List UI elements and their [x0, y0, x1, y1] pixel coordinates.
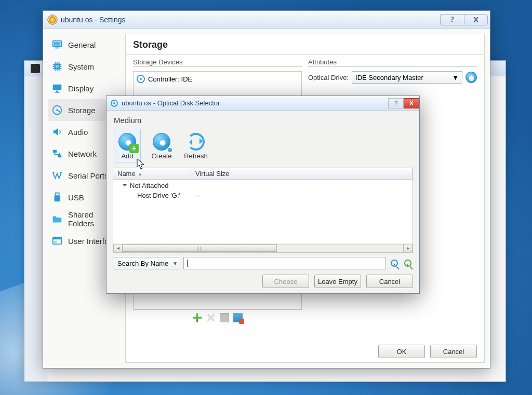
svg-point-13 [60, 172, 62, 174]
nav-label: Display [68, 84, 94, 93]
add-label: Add [121, 152, 133, 160]
ok-button[interactable]: OK [378, 345, 425, 358]
remove-controller-icon[interactable] [204, 311, 217, 324]
svg-rect-10 [53, 150, 57, 153]
search-prev-button[interactable]: ‹ [403, 258, 413, 268]
media-tree[interactable]: Name ▴ Virtual Size Not Attached Host Dr… [113, 168, 413, 253]
badge-icon [167, 147, 173, 153]
scroll-right-button[interactable]: ▸ [403, 244, 413, 252]
usb-icon [50, 192, 64, 203]
add-controller-icon[interactable] [193, 313, 202, 322]
magnifier-icon: ‹ [404, 260, 411, 267]
controller-label: Controller: IDE [148, 75, 192, 83]
chevron-down-icon: ▼ [172, 261, 178, 266]
svg-rect-14 [55, 193, 59, 196]
svg-rect-15 [55, 196, 60, 201]
scroll-track[interactable] [123, 244, 403, 252]
controller-icon [137, 75, 145, 83]
disc-search-icon: ◉ [469, 74, 474, 81]
optical-disk-selector-window: ubuntu os - Optical Disk Selector ? X Me… [106, 96, 420, 294]
svg-rect-6 [56, 91, 58, 92]
nav-item-system[interactable]: System [48, 56, 121, 77]
chip-icon [50, 61, 64, 72]
cancel-button[interactable]: Cancel [430, 345, 477, 358]
nav-label: USB [68, 193, 84, 202]
plus-icon: + [129, 144, 139, 153]
expand-icon[interactable] [123, 184, 127, 188]
hdd-icon [50, 104, 64, 116]
text-caret [187, 260, 188, 267]
choose-button[interactable]: Choose [262, 275, 309, 288]
scroll-thumb[interactable] [123, 244, 277, 252]
optical-drive-select[interactable]: IDE Secondary Master ▼ [352, 71, 462, 84]
settings-title: ubuntu os - Settings [61, 16, 126, 24]
refresh-icon [187, 133, 205, 151]
add-button[interactable]: + Add [114, 129, 141, 162]
add-attachment-icon[interactable] [220, 313, 229, 322]
help-button[interactable]: ? [440, 14, 464, 25]
search-next-button[interactable]: › [389, 258, 400, 268]
panel-heading: Storage [133, 39, 477, 50]
gear-icon [48, 16, 57, 24]
svg-rect-1 [54, 42, 61, 46]
search-mode-label: Search By Name [117, 260, 168, 267]
selector-titlebar[interactable]: ubuntu os - Optical Disk Selector ? X [107, 96, 419, 111]
attributes-legend: Attributes [308, 58, 340, 66]
refresh-button[interactable]: Refresh [182, 129, 209, 162]
svg-rect-18 [54, 241, 57, 243]
selector-help-button[interactable]: ? [388, 98, 404, 108]
monitor-icon [50, 39, 64, 50]
svg-point-12 [52, 172, 55, 174]
nav-label: Network [68, 149, 97, 158]
nav-label: Storage [68, 106, 96, 115]
column-name[interactable]: Name ▴ [113, 168, 191, 179]
display-icon [50, 83, 64, 94]
nav-label: General [68, 40, 96, 49]
refresh-label: Refresh [184, 152, 208, 160]
optical-drive-value: IDE Secondary Master [355, 74, 423, 81]
storage-devices-legend: Storage Devices [133, 58, 185, 66]
scroll-left-button[interactable]: ◂ [113, 244, 123, 252]
group-label: Not Attached [130, 182, 168, 189]
leave-empty-button[interactable]: Leave Empty [314, 275, 361, 288]
sort-indicator-icon: ▴ [139, 171, 141, 176]
settings-titlebar[interactable]: ubuntu os - Settings ? X [43, 11, 490, 29]
create-button[interactable]: Create [148, 129, 175, 162]
nav-label: Audio [68, 128, 88, 137]
svg-rect-17 [53, 238, 62, 240]
serial-port-icon [50, 170, 64, 181]
magnifier-icon: › [391, 260, 398, 267]
storage-devices-toolbar [133, 313, 302, 322]
column-virtual-size[interactable]: Virtual Size [191, 168, 413, 179]
item-name: Host Drive 'G:' [137, 192, 180, 199]
disc-icon [111, 100, 118, 107]
nav-item-general[interactable]: General [48, 34, 121, 56]
nav-label: Serial Ports [68, 171, 109, 180]
controller-ide-row[interactable]: Controller: IDE [137, 74, 298, 84]
medium-heading: Medium [114, 116, 413, 125]
close-button[interactable]: X [464, 14, 488, 25]
folder-icon [50, 213, 64, 225]
svg-rect-5 [53, 85, 62, 90]
tree-header[interactable]: Name ▴ Virtual Size [113, 168, 413, 180]
tree-item-row[interactable]: Host Drive 'G:' -- [113, 190, 413, 200]
optical-drive-label: Optical Drive: [308, 74, 349, 81]
nav-label: System [68, 62, 94, 71]
selector-close-button[interactable]: X [404, 98, 419, 108]
tree-group-row[interactable]: Not Attached [113, 181, 413, 190]
create-label: Create [151, 152, 171, 160]
item-size: -- [195, 192, 200, 199]
selector-cancel-button[interactable]: Cancel [366, 275, 413, 288]
svg-rect-7 [55, 92, 59, 92]
choose-disk-button[interactable]: ◉ [466, 72, 477, 83]
horizontal-scrollbar[interactable]: ◂ ▸ [113, 243, 413, 252]
remove-attachment-icon[interactable] [233, 313, 243, 322]
chevron-down-icon: ▼ [452, 74, 459, 81]
speaker-icon [50, 126, 64, 138]
svg-rect-4 [56, 65, 59, 68]
selector-toolbar: + Add Create Refresh [113, 129, 413, 162]
search-input[interactable] [183, 257, 386, 269]
ui-icon [50, 235, 64, 247]
search-mode-select[interactable]: Search By Name ▼ [113, 257, 180, 269]
svg-rect-2 [55, 48, 59, 49]
